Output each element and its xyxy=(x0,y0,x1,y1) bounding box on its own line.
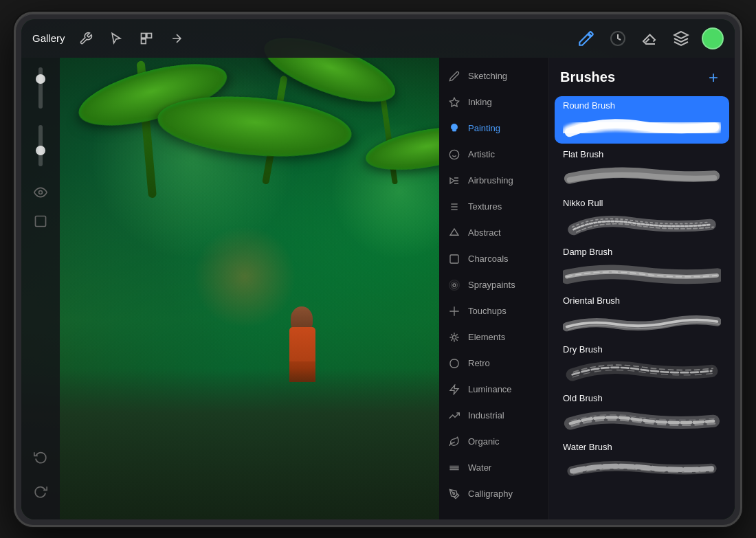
brush-old-preview xyxy=(563,406,721,432)
svg-point-21 xyxy=(453,493,455,495)
square-icon[interactable] xyxy=(28,209,53,234)
brush-old-name: Old Brush xyxy=(563,393,721,403)
tablet-frame: Gallery xyxy=(14,12,742,527)
brush-size-slider[interactable] xyxy=(38,125,43,166)
category-artistic-label: Artistic xyxy=(468,149,495,159)
erase-tool-icon[interactable] xyxy=(638,27,660,49)
brush-nikko[interactable]: Nikko Rull xyxy=(555,194,729,241)
water-icon xyxy=(447,461,461,475)
category-elements-label: Elements xyxy=(468,332,505,342)
add-brush-button[interactable]: + xyxy=(703,67,724,88)
brush-nikko-name: Nikko Rull xyxy=(563,198,721,208)
brush-dry-preview xyxy=(563,357,721,383)
brush-oriental-name: Oriental Brush xyxy=(563,295,721,306)
inking-icon xyxy=(447,96,461,109)
category-calligraphy[interactable]: Calligraphy xyxy=(439,481,548,507)
category-organic-label: Organic xyxy=(468,436,500,447)
category-inking-label: Inking xyxy=(468,97,492,107)
settings-icon[interactable] xyxy=(76,29,96,48)
painting-icon xyxy=(447,122,461,135)
category-sketching-label: Sketching xyxy=(468,71,507,81)
svg-rect-19 xyxy=(450,359,458,368)
category-organic[interactable]: Organic xyxy=(439,429,548,455)
category-luminance[interactable]: Luminance xyxy=(439,377,548,403)
power-button[interactable] xyxy=(740,247,742,289)
brush-water[interactable]: Water Brush xyxy=(555,438,729,485)
brush-round-preview xyxy=(563,113,721,139)
brush-list-header: Brushes + xyxy=(549,58,735,95)
category-abstract[interactable]: Abstract xyxy=(439,220,548,246)
organic-icon xyxy=(447,435,461,449)
brush-damp[interactable]: Damp Brush xyxy=(555,243,729,290)
redo-button[interactable] xyxy=(28,479,53,504)
transform-icon[interactable] xyxy=(137,29,156,48)
gallery-button[interactable]: Gallery xyxy=(32,32,65,44)
category-retro-label: Retro xyxy=(468,358,490,368)
category-elements[interactable]: Elements xyxy=(439,324,548,350)
svg-point-6 xyxy=(449,150,458,159)
category-industrial[interactable]: Industrial xyxy=(439,403,548,429)
spraypaints-icon xyxy=(447,278,461,292)
industrial-icon xyxy=(447,409,461,423)
brush-round-name: Round Brush xyxy=(563,100,721,111)
toolbar: Gallery xyxy=(21,19,735,58)
smudge-tool-icon[interactable] xyxy=(607,27,629,49)
screen: Gallery xyxy=(21,19,735,519)
visibility-icon[interactable] xyxy=(28,180,53,205)
brush-water-name: Water Brush xyxy=(563,442,721,452)
svg-point-15 xyxy=(453,284,456,287)
opacity-thumb xyxy=(36,74,45,84)
undo-redo-group xyxy=(28,442,53,506)
svg-rect-1 xyxy=(146,33,151,38)
svg-point-4 xyxy=(39,190,43,194)
calligraphy-icon xyxy=(447,487,461,501)
size-thumb xyxy=(36,146,45,155)
category-sketching[interactable]: Sketching xyxy=(439,63,548,89)
category-calligraphy-label: Calligraphy xyxy=(468,489,513,499)
svg-marker-12 xyxy=(450,229,458,235)
retro-icon xyxy=(447,357,461,370)
category-airbrushing-label: Airbrushing xyxy=(468,175,513,186)
artistic-icon xyxy=(447,148,461,161)
layers-icon[interactable] xyxy=(670,27,692,49)
brush-flat-preview xyxy=(563,162,721,188)
category-water-label: Water xyxy=(468,462,491,473)
brush-list: Brushes + Round Brush xyxy=(549,58,735,519)
touchups-icon xyxy=(447,304,461,318)
category-painting[interactable]: Painting xyxy=(439,115,548,142)
opacity-slider[interactable] xyxy=(38,67,43,109)
svg-marker-3 xyxy=(674,32,688,38)
brush-oriental[interactable]: Oriental Brush xyxy=(555,291,729,339)
category-charcoals-label: Charcoals xyxy=(468,254,509,264)
brush-old[interactable]: Old Brush xyxy=(555,389,729,436)
category-inking[interactable]: Inking xyxy=(439,89,548,115)
svg-rect-5 xyxy=(36,216,46,226)
selection-icon[interactable] xyxy=(107,29,126,48)
arrow-icon[interactable] xyxy=(167,29,186,48)
toolbar-right xyxy=(575,27,724,49)
category-retro[interactable]: Retro xyxy=(439,350,548,377)
undo-button[interactable] xyxy=(28,445,53,469)
category-touchups[interactable]: Touchups xyxy=(439,298,548,324)
svg-point-16 xyxy=(451,282,457,288)
category-artistic[interactable]: Artistic xyxy=(439,142,548,168)
brush-dry[interactable]: Dry Brush xyxy=(555,340,729,388)
glow-3 xyxy=(193,225,296,328)
category-water[interactable]: Water xyxy=(439,455,548,481)
category-charcoals[interactable]: Charcoals xyxy=(439,246,548,272)
svg-rect-2 xyxy=(141,38,146,43)
brush-tool-icon[interactable] xyxy=(575,27,597,49)
airbrushing-icon xyxy=(447,174,461,188)
brush-round[interactable]: Round Brush xyxy=(555,96,729,144)
category-industrial-label: Industrial xyxy=(468,410,504,421)
volume-button[interactable] xyxy=(14,151,16,179)
category-airbrushing[interactable]: Airbrushing xyxy=(439,168,548,194)
textures-icon xyxy=(447,200,461,214)
brush-water-preview xyxy=(563,455,721,481)
color-picker[interactable] xyxy=(702,27,724,49)
elements-icon xyxy=(447,330,461,344)
category-textures[interactable]: Textures xyxy=(439,194,548,220)
brush-flat[interactable]: Flat Brush xyxy=(555,145,729,192)
brush-oriental-preview xyxy=(563,309,721,335)
category-spraypaints[interactable]: Spraypaints xyxy=(439,272,548,298)
